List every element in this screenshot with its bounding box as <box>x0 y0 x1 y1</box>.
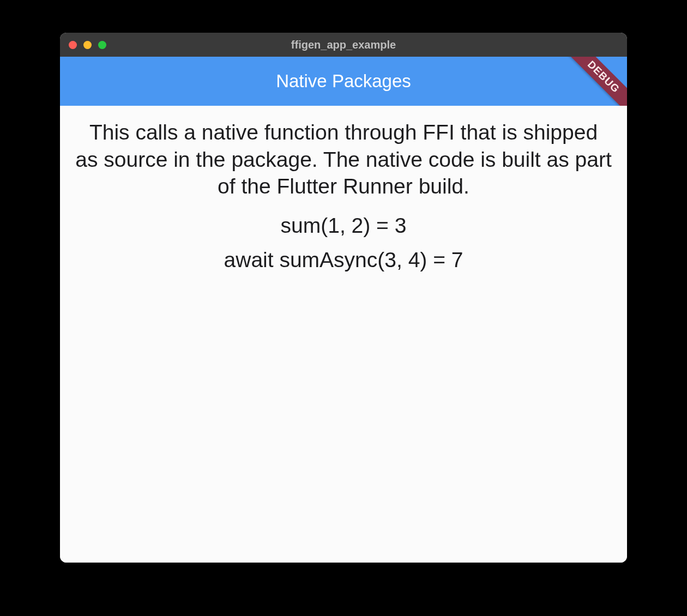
window-title: ffigen_app_example <box>60 39 627 51</box>
sum-async-result-text: await sumAsync(3, 4) = 7 <box>75 246 612 274</box>
app-window: ffigen_app_example Native Packages DEBUG… <box>60 33 627 563</box>
maximize-button[interactable] <box>98 41 106 49</box>
window-controls <box>69 41 106 49</box>
window-titlebar: ffigen_app_example <box>60 33 627 57</box>
minimize-button[interactable] <box>83 41 92 49</box>
appbar: Native Packages <box>60 57 627 106</box>
appbar-title: Native Packages <box>276 71 411 92</box>
body-content: This calls a native function through FFI… <box>60 106 627 563</box>
description-text: This calls a native function through FFI… <box>75 119 612 200</box>
sum-result-text: sum(1, 2) = 3 <box>75 212 612 239</box>
close-button[interactable] <box>69 41 77 49</box>
appbar-container: Native Packages DEBUG <box>60 57 627 106</box>
